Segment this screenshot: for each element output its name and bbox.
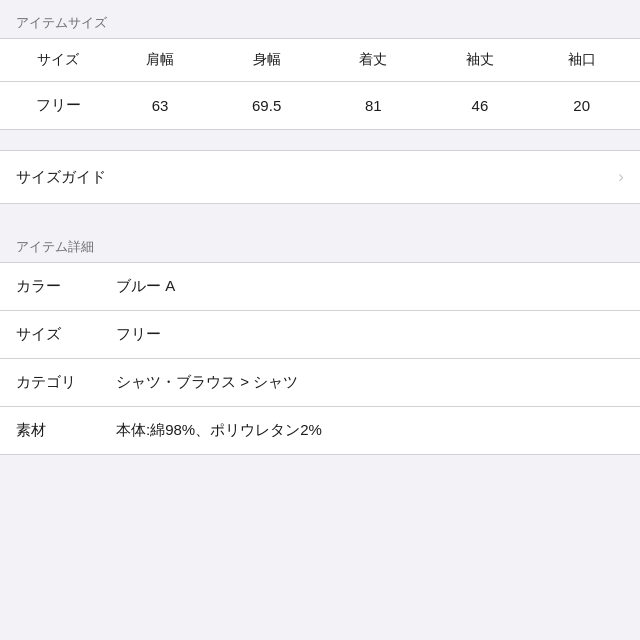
size-table: サイズ 肩幅 身幅 着丈 袖丈 袖口 フリー 63 69.5 81 46 20: [0, 38, 640, 130]
cell-sleeve-opening: 20: [533, 82, 640, 130]
col-header-sleeve-opening: 袖口: [533, 39, 640, 82]
detail-value-size: フリー: [116, 325, 624, 344]
table-row: フリー 63 69.5 81 46 20: [0, 82, 640, 130]
detail-label-size: サイズ: [16, 325, 116, 344]
size-guide-row[interactable]: サイズガイド ›: [0, 150, 640, 204]
cell-size: フリー: [0, 82, 107, 130]
cell-shoulder: 63: [107, 82, 214, 130]
detail-row-size: サイズ フリー: [0, 311, 640, 359]
detail-section-title: アイテム詳細: [16, 239, 94, 254]
col-header-body-width: 身幅: [213, 39, 320, 82]
detail-label-color: カラー: [16, 277, 116, 296]
col-header-size: サイズ: [0, 39, 107, 82]
detail-section-body: カラー ブルー A サイズ フリー カテゴリ シャツ・ブラウス > シャツ 素材…: [0, 262, 640, 455]
size-section-header: アイテムサイズ: [0, 0, 640, 38]
col-header-sleeve-length: 袖丈: [427, 39, 534, 82]
size-table-wrapper: サイズ 肩幅 身幅 着丈 袖丈 袖口 フリー 63 69.5 81 46 20: [0, 38, 640, 130]
size-table-header-row: サイズ 肩幅 身幅 着丈 袖丈 袖口: [0, 39, 640, 82]
gap-2: [0, 204, 640, 224]
detail-value-category: シャツ・ブラウス > シャツ: [116, 373, 624, 392]
detail-row-color: カラー ブルー A: [0, 262, 640, 311]
size-guide-label: サイズガイド: [16, 168, 106, 187]
detail-value-color: ブルー A: [116, 277, 624, 296]
detail-row-material: 素材 本体:綿98%、ポリウレタン2%: [0, 407, 640, 455]
detail-value-material: 本体:綿98%、ポリウレタン2%: [116, 421, 624, 440]
cell-sleeve-length: 46: [427, 82, 534, 130]
col-header-length: 着丈: [320, 39, 427, 82]
size-section-title: アイテムサイズ: [16, 15, 107, 30]
detail-label-material: 素材: [16, 421, 116, 440]
cell-body-width: 69.5: [213, 82, 320, 130]
cell-length: 81: [320, 82, 427, 130]
detail-row-category: カテゴリ シャツ・ブラウス > シャツ: [0, 359, 640, 407]
gap-1: [0, 130, 640, 150]
chevron-right-icon: ›: [618, 167, 624, 187]
detail-section-header: アイテム詳細: [0, 224, 640, 262]
col-header-shoulder: 肩幅: [107, 39, 214, 82]
detail-label-category: カテゴリ: [16, 373, 116, 392]
